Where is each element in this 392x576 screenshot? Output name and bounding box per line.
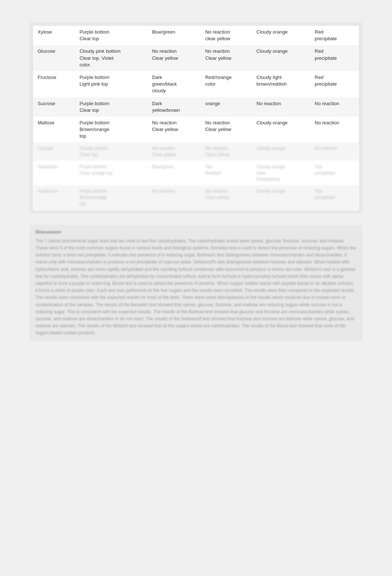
table-cell: Purple bottom Brown/orange top: [75, 117, 148, 143]
table-cell: Arabinose: [33, 185, 75, 210]
table-cell: No reaction Clear yellow: [148, 117, 201, 143]
table-cell: No reaction Clear yellow: [201, 185, 252, 210]
table-cell: No reaction Clear yellow: [201, 45, 252, 71]
table-cell: Purple bottom Light pink top: [75, 71, 148, 97]
table-cell: Purple bottom Clear top: [75, 97, 148, 117]
table-cell: Top precipitate: [310, 161, 359, 185]
results-table-section: XylosePurple bottom Clear topBlue/greenN…: [30, 22, 362, 214]
table-cell: Xylose: [33, 26, 75, 45]
table-cell: Blue/green: [148, 26, 201, 45]
discussion-section: Discussion The 7 classic biochemical sug…: [30, 225, 362, 341]
table-cell: No reaction Clear yellow: [201, 142, 252, 161]
discussion-title: Discussion: [35, 229, 357, 235]
table-cell: Cloudy pink bottom Clear top. Violet col…: [75, 45, 148, 71]
table-cell: Dark yellow/brown: [148, 97, 201, 117]
table-cell: Cloudy bottom Clear top: [75, 142, 148, 161]
table-cell: Blue/green: [148, 161, 201, 185]
table-cell: No reaction: [310, 97, 359, 117]
table-row: MaltosePurple bottom Brown/orange topNo …: [33, 117, 359, 143]
table-row: FructosePurple bottom Light pink topDark…: [33, 71, 359, 97]
table-cell: Galactose: [33, 161, 75, 185]
table-cell: Purple bottom Clear top: [75, 26, 148, 45]
table-row: LactoseCloudy bottom Clear topNo reactio…: [33, 142, 359, 161]
sugar-results-table: XylosePurple bottom Clear topBlue/greenN…: [33, 26, 359, 210]
table-cell: Fructose: [33, 71, 75, 97]
table-cell: Red precipitate: [310, 45, 359, 71]
table-cell: Cloudy light brown/reddish: [252, 71, 310, 97]
table-cell: orange: [201, 97, 252, 117]
table-cell: No reaction Clear yellow: [148, 45, 201, 71]
table-cell: Purple bottom Brown/orange top: [75, 185, 148, 210]
table-cell: Glucose: [33, 45, 75, 71]
table-cell: No reaction: [310, 142, 359, 161]
table-cell: Red//orange color: [201, 71, 252, 97]
table-cell: Sucrose: [33, 97, 75, 117]
table-cell: No reaction: clear yellow: [201, 26, 252, 45]
table-cell: No reaction: [148, 185, 201, 210]
table-cell: Red precipitate: [310, 26, 359, 45]
table-cell: No reaction Clear yellow: [201, 117, 252, 143]
page-container: XylosePurple bottom Clear topBlue/greenN…: [0, 0, 392, 363]
table-cell: Top Reddish: [201, 161, 252, 185]
table-cell: No reaction: [310, 117, 359, 143]
table-row: GlucoseCloudy pink bottom Clear top. Vio…: [33, 45, 359, 71]
table-row: XylosePurple bottom Clear topBlue/greenN…: [33, 26, 359, 45]
table-cell: Cloudy orange: [252, 117, 310, 143]
table-cell: Top precipitate: [310, 185, 359, 210]
table-cell: No reaction: [252, 97, 310, 117]
table-cell: Dark green/black cloudy: [148, 71, 201, 97]
table-row: GalactosePurple bottom Clear orange topB…: [33, 161, 359, 185]
table-cell: Cloudy orange: [252, 45, 310, 71]
table-cell: Red precipitate: [310, 71, 359, 97]
table-row: SucrosePurple bottom Clear topDark yello…: [33, 97, 359, 117]
table-cell: Cloudy orange: [252, 26, 310, 45]
table-cell: Cloudy orange clear Reddish/top: [252, 161, 310, 185]
table-cell: Cloudy orange: [252, 185, 310, 210]
table-cell: Cloudy orange: [252, 142, 310, 161]
table-cell: Lactose: [33, 142, 75, 161]
table-cell: No reaction Clear yellow: [148, 142, 201, 161]
table-row: ArabinosePurple bottom Brown/orange topN…: [33, 185, 359, 210]
table-cell: Maltose: [33, 117, 75, 143]
table-cell: Purple bottom Clear orange top: [75, 161, 148, 185]
discussion-text: The 7 classic biochemical sugar tests th…: [35, 238, 357, 337]
